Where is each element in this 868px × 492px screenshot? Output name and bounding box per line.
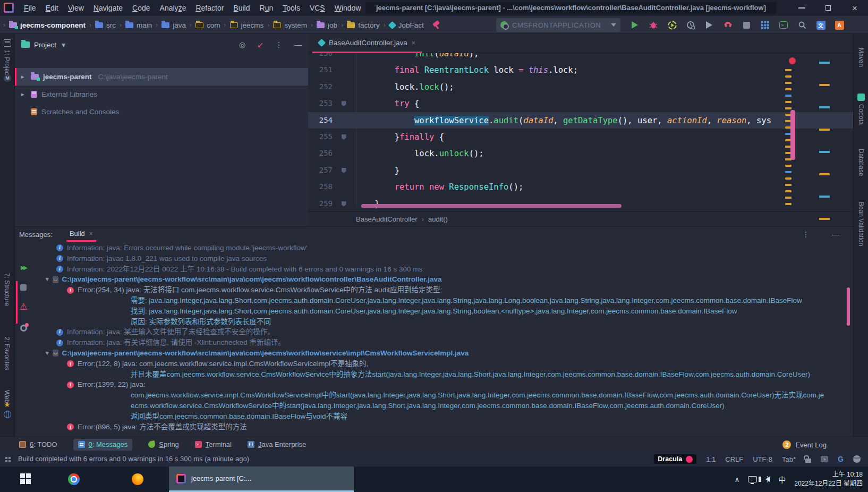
message-row-3[interactable]: iInformation: 2022年12月22日 0022 上午 10:16:…: [32, 264, 843, 275]
code-area[interactable]: 250 init(dataId);251 final ReentrantLock…: [308, 45, 853, 212]
event-log-button[interactable]: 2 Event Log: [782, 437, 827, 452]
breadcrumb-item-factory[interactable]: factory: [347, 21, 380, 29]
run-button[interactable]: [630, 20, 640, 30]
breadcrumb-item-main[interactable]: main: [125, 21, 152, 29]
run-secondary-button[interactable]: [704, 20, 714, 30]
rerun-build-button[interactable]: ▶▶: [18, 262, 29, 273]
message-row-13[interactable]: 并且未覆盖com.jeecms.workflow.service.CmsWork…: [32, 369, 843, 380]
menu-item-window[interactable]: Window: [330, 0, 366, 16]
start-button[interactable]: [20, 473, 32, 485]
menu-item-navigate[interactable]: Navigate: [89, 0, 127, 16]
close-tab-icon[interactable]: ×: [412, 39, 416, 47]
breadcrumb-item-job[interactable]: job: [317, 21, 337, 29]
incognito-icon[interactable]: [853, 455, 861, 463]
minimize-button[interactable]: [788, 0, 815, 16]
tool-window-switcher-icon[interactable]: [5, 457, 7, 459]
maven-circle-icon[interactable]: M: [4, 74, 11, 82]
taskbar-app-button[interactable]: jeecms-parent [C:...: [169, 466, 354, 492]
message-row-4[interactable]: ▾C:\java\jeecms-parent\jeecms-workflow\s…: [32, 274, 843, 285]
google-translate-icon[interactable]: G: [838, 455, 844, 463]
firefox-icon[interactable]: [132, 473, 143, 485]
debug-button[interactable]: [649, 20, 658, 30]
message-row-5[interactable]: !Error:(254, 34) java: 无法将接口 com.jeecms.…: [32, 285, 843, 295]
menu-item-view[interactable]: View: [63, 0, 89, 16]
translate-blue-icon[interactable]: 文: [816, 20, 826, 30]
toolwindow-button-spring[interactable]: Spring: [148, 439, 179, 451]
fold-marker-icon[interactable]: [342, 201, 346, 207]
tree-row-jeecms-parent[interactable]: ▸jeecms-parentC:\java\jeecms-parent: [15, 68, 308, 86]
breadcrumb-item-jeecms[interactable]: jeecms: [230, 21, 264, 29]
message-row-7[interactable]: 找到: java.lang.Integer,java.lang.Short,co…: [32, 306, 843, 317]
toolwindow-button-java-enterprise[interactable]: Java Enterprise: [248, 439, 306, 451]
stripe-item-structure[interactable]: 7: Structure: [3, 273, 11, 306]
code-line-256[interactable]: 256 lock.unlock();: [308, 145, 853, 162]
toolwindow-button-todo[interactable]: 6: TODO: [19, 439, 57, 451]
ime-indicator[interactable]: 中: [778, 474, 786, 485]
stripe-item-beanvalidation[interactable]: Bean Validation: [857, 202, 865, 246]
stripe-item-favorites[interactable]: 2: Favorites: [3, 337, 11, 370]
stop-build-button[interactable]: [18, 282, 29, 293]
clock[interactable]: 上午 10:18 2022年12月22日 星期四: [794, 470, 863, 489]
code-line-254[interactable]: 254 workflowService.audit(dataId, getDat…: [308, 112, 853, 129]
maximize-button[interactable]: [815, 0, 841, 16]
code-line-255[interactable]: 255 }finally {: [308, 129, 853, 145]
panel-options-icon[interactable]: ⋮: [275, 40, 283, 49]
message-row-2[interactable]: iInformation: javac 1.8.0_221 was used t…: [32, 253, 843, 264]
stop-button[interactable]: [742, 20, 751, 30]
network-icon[interactable]: [748, 476, 757, 482]
message-row-11[interactable]: ▾C:\java\jeecms-parent\jeecms-workflow\s…: [32, 348, 843, 359]
build-settings-gear-icon[interactable]: [18, 323, 29, 333]
panel-options-icon[interactable]: ⋮: [802, 230, 810, 239]
menu-item-refactor[interactable]: Refactor: [191, 0, 228, 16]
breadcrumb-item-jeecms-component[interactable]: jeecms-component: [9, 21, 86, 29]
breadcrumb-item-java[interactable]: java: [161, 21, 186, 29]
hide-panel-icon[interactable]: —: [294, 40, 302, 49]
breadcrumb-method[interactable]: audit(): [428, 215, 448, 223]
translate-orange-icon[interactable]: A: [835, 20, 844, 30]
attach-debugger-icon[interactable]: [723, 20, 733, 30]
grid-view-icon[interactable]: [760, 20, 770, 30]
chevron-down-icon[interactable]: ▾: [62, 40, 65, 49]
search-everywhere-icon[interactable]: [797, 20, 807, 30]
code-line-252[interactable]: 252 lock.lock();: [308, 79, 853, 95]
stripe-item-project[interactable]: 1: Project: [3, 50, 11, 77]
code-line-258[interactable]: 258 return new ResponseInfo();: [308, 179, 853, 195]
locate-file-icon[interactable]: ◎: [239, 40, 245, 49]
menu-item-analyze[interactable]: Analyze: [155, 0, 191, 16]
theme-widget[interactable]: Dracula: [654, 454, 696, 464]
toolwindow-button-terminal[interactable]: >_Terminal: [195, 439, 232, 451]
menu-item-build[interactable]: Build: [228, 0, 254, 16]
message-row-1[interactable]: iInformation: java: Errors occurred whil…: [32, 243, 843, 253]
breadcrumb-item-system[interactable]: system: [273, 21, 307, 29]
hide-panel-icon[interactable]: —: [832, 230, 839, 239]
profiler-button[interactable]: [686, 20, 695, 30]
run-with-coverage-button[interactable]: [667, 20, 677, 30]
editor[interactable]: 250 init(dataId);251 final ReentrantLock…: [308, 34, 853, 226]
run-configuration-select[interactable]: CMSFRONTAPPLICATION: [496, 18, 620, 32]
message-row-16[interactable]: ecms.workflow.service.CmsWorkflowService…: [32, 401, 843, 411]
tree-row-scratches-and-consoles[interactable]: Scratches and Consoles: [15, 103, 308, 121]
breadcrumb-item-src[interactable]: src: [95, 21, 116, 29]
unlock-icon[interactable]: [805, 459, 811, 463]
stripe-item-web[interactable]: Web: [3, 390, 11, 403]
message-row-12[interactable]: !Error:(122, 8) java: com.jeecms.workflo…: [32, 359, 843, 369]
chevron-expanded-icon[interactable]: ▾: [46, 274, 49, 285]
stripe-item-database[interactable]: Database: [857, 149, 865, 176]
breadcrumb-class[interactable]: BaseAuditController: [356, 215, 418, 223]
menu-item-code[interactable]: Code: [127, 0, 155, 16]
menu-item-vcs[interactable]: VCS: [305, 0, 330, 16]
breadcrumb-item-jobfact[interactable]: JobFact: [389, 21, 424, 29]
close-tab-icon[interactable]: ×: [89, 230, 93, 237]
message-row-10[interactable]: iInformation: java: 有关详细信息, 请使用 -Xlint:u…: [32, 337, 843, 348]
speaker-icon[interactable]: [765, 477, 770, 482]
editor-tab[interactable]: BaseAuditController.java ×: [312, 34, 422, 53]
terminal-toolbar-icon[interactable]: >_: [779, 20, 788, 30]
line-separator[interactable]: CRLF: [725, 455, 743, 463]
menu-item-tools[interactable]: Tools: [278, 0, 305, 16]
menu-item-run[interactable]: Run: [255, 0, 278, 16]
fold-marker-icon[interactable]: [342, 134, 346, 140]
messages-scrollbar[interactable]: [847, 287, 850, 326]
message-row-8[interactable]: 原因: 实际参数列表和形式参数列表长度不同: [32, 317, 843, 327]
menu-item-edit[interactable]: Edit: [41, 0, 63, 16]
stripe-item-maven[interactable]: Maven: [857, 48, 865, 67]
